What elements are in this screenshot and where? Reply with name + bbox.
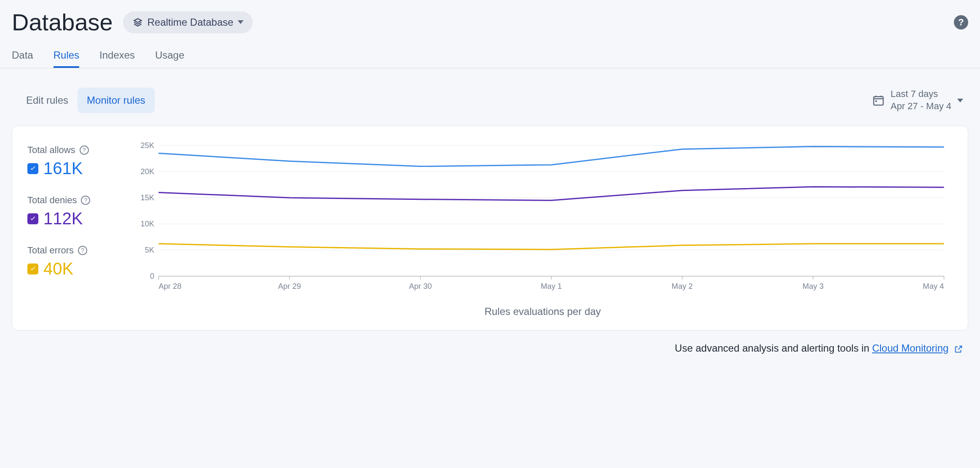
tab-rules[interactable]: Rules — [54, 44, 79, 68]
tab-usage[interactable]: Usage — [155, 44, 184, 68]
main-tabs: Data Rules Indexes Usage — [0, 40, 980, 68]
help-icon[interactable]: ? — [80, 145, 89, 155]
legend-allows-label: Total allows — [27, 145, 75, 156]
database-selector-label: Realtime Database — [147, 16, 233, 28]
external-link-icon — [954, 344, 963, 354]
svg-text:15K: 15K — [140, 194, 154, 202]
legend-errors: Total errors ? 40K — [27, 245, 120, 278]
svg-text:Apr 29: Apr 29 — [278, 282, 301, 290]
date-range-dates: Apr 27 - May 4 — [891, 100, 951, 113]
check-icon — [29, 265, 37, 273]
calendar-icon — [872, 94, 885, 107]
date-range-picker[interactable]: Last 7 days Apr 27 - May 4 — [872, 88, 963, 112]
database-selector[interactable]: Realtime Database — [123, 11, 253, 33]
legend-denies-label: Total denies — [27, 195, 77, 206]
legend-allows: Total allows ? 161K — [27, 145, 120, 178]
chart-x-axis-label: Rules evaluations per day — [133, 306, 953, 317]
chevron-down-icon — [238, 20, 244, 24]
help-button[interactable]: ? — [954, 15, 968, 30]
tab-data[interactable]: Data — [12, 44, 33, 68]
date-range-label: Last 7 days — [891, 88, 951, 100]
svg-text:20K: 20K — [140, 167, 154, 176]
legend-allows-checkbox[interactable] — [27, 163, 38, 174]
subtab-edit-rules[interactable]: Edit rules — [17, 88, 78, 113]
check-icon — [29, 165, 37, 172]
realtime-database-icon — [132, 17, 143, 28]
legend-errors-checkbox[interactable] — [27, 264, 38, 274]
svg-text:May 3: May 3 — [803, 282, 824, 290]
svg-rect-0 — [873, 97, 883, 105]
legend-allows-value: 161K — [43, 159, 83, 178]
svg-text:0: 0 — [150, 272, 154, 280]
cloud-monitoring-link[interactable]: Cloud Monitoring — [872, 342, 948, 354]
legend-denies: Total denies ? 112K — [27, 195, 120, 228]
svg-text:May 1: May 1 — [541, 282, 562, 290]
footer-prefix: Use advanced analysis and alerting tools… — [675, 342, 872, 354]
chart-legend: Total allows ? 161K Total denies ? 112K — [27, 141, 120, 317]
legend-errors-value: 40K — [43, 259, 73, 278]
svg-text:May 2: May 2 — [672, 282, 693, 290]
tab-indexes[interactable]: Indexes — [99, 44, 135, 68]
svg-text:25K: 25K — [140, 141, 154, 150]
svg-rect-2 — [875, 100, 877, 102]
legend-denies-value: 112K — [43, 209, 83, 228]
svg-text:5K: 5K — [145, 246, 155, 254]
page-title: Database — [12, 8, 113, 36]
rules-evaluations-chart: 05K10K15K20K25KApr 28Apr 29Apr 30May 1Ma… — [133, 141, 953, 301]
legend-denies-checkbox[interactable] — [27, 213, 38, 224]
svg-text:Apr 28: Apr 28 — [158, 282, 181, 290]
help-icon[interactable]: ? — [78, 246, 87, 255]
check-icon — [29, 215, 37, 223]
svg-text:May 4: May 4 — [923, 282, 944, 290]
subtab-monitor-rules[interactable]: Monitor rules — [78, 88, 155, 113]
svg-text:Apr 30: Apr 30 — [409, 282, 432, 290]
help-icon[interactable]: ? — [81, 196, 90, 205]
legend-errors-label: Total errors — [27, 245, 74, 256]
footer-hint: Use advanced analysis and alerting tools… — [0, 335, 980, 367]
monitor-card: Total allows ? 161K Total denies ? 112K — [12, 126, 968, 331]
svg-text:10K: 10K — [140, 220, 154, 228]
chevron-down-icon — [957, 99, 963, 102]
